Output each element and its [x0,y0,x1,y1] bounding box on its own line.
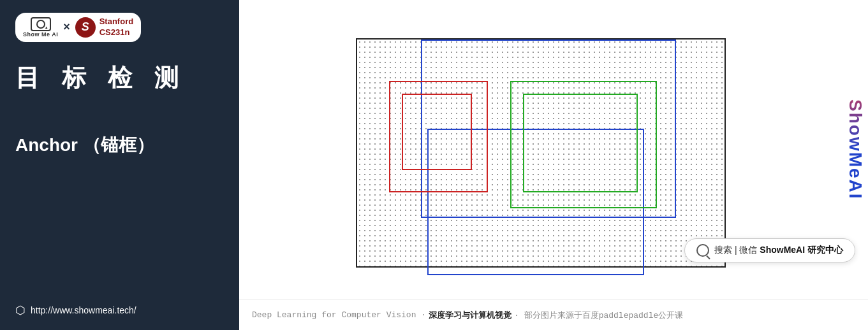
bottom-light-text: Deep Learning for Computer Vision · [252,310,426,320]
bottom-suffix-text: · 部分图片来源于百度paddlepaddle公开课 [514,310,683,321]
logo-badge: Show Me AI × S Stanford CS231n [15,13,141,42]
anchor-title: Anchor （锚框） [15,133,224,157]
rect-red-inner [402,94,472,170]
website-url: http://www.showmeai.tech/ [31,305,136,315]
main-content: 搜索 | 微信 ShowMeAI 研究中心 ShowMeAI Deep Lear… [239,0,868,330]
x-separator: × [63,20,70,34]
showme-logo: Show Me AI [23,17,58,38]
logo-area: Show Me AI × S Stanford CS231n [15,13,224,42]
bottom-bold-text: 深度学习与计算机视觉 [429,310,511,321]
link-icon: ⬡ [15,303,26,317]
sidebar: Show Me AI × S Stanford CS231n 目 标 检 测 A… [0,0,239,330]
stanford-s-icon: S [75,17,96,38]
showme-text: Show Me AI [23,31,58,38]
bottom-bar: Deep Learning for Computer Vision · 深度学习… [239,299,868,330]
stanford-logo: S Stanford CS231n [75,17,133,38]
dotted-grid [356,38,726,268]
main-title: 目 标 检 测 [15,61,224,95]
website-link[interactable]: ⬡ http://www.showmeai.tech/ [15,303,136,317]
showme-icon [31,17,51,31]
image-area: 搜索 | 微信 ShowMeAI 研究中心 ShowMeAI [239,0,868,299]
stanford-text: Stanford CS231n [99,17,133,38]
search-box[interactable]: 搜索 | 微信 ShowMeAI 研究中心 [684,238,855,262]
search-text: 搜索 | 微信 ShowMeAI 研究中心 [714,245,843,256]
rect-green-inner [523,94,638,192]
search-icon [696,244,709,257]
